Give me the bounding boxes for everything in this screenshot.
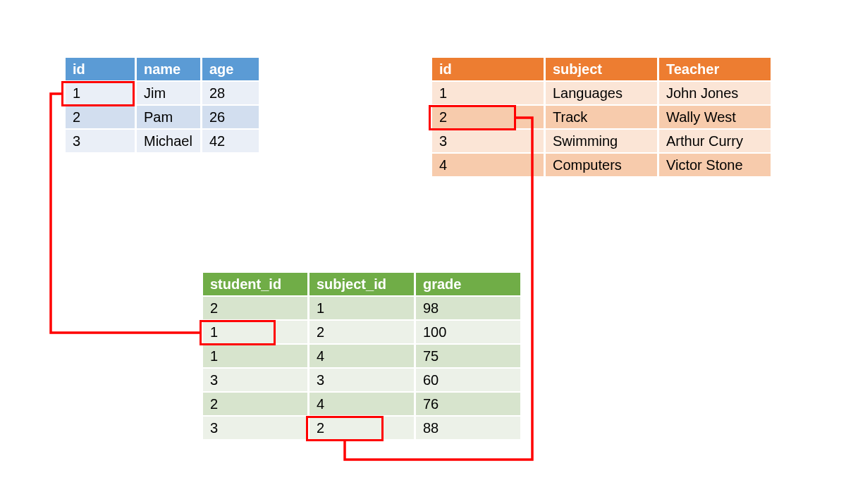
grades-cell-studentid: 1 (203, 321, 307, 343)
students-cell-age: 26 (202, 106, 259, 128)
table-row: 2 4 76 (203, 393, 520, 415)
subjects-cell-teacher: Wally West (659, 106, 771, 128)
grades-cell-grade: 88 (416, 417, 520, 439)
grades-cell-subjectid: 4 (309, 393, 414, 415)
students-header-id: id (66, 58, 135, 80)
students-cell-name: Pam (137, 106, 200, 128)
grades-cell-grade: 100 (416, 321, 520, 343)
grades-table: student_id subject_id grade 2 1 98 1 2 1… (201, 271, 522, 441)
subjects-cell-teacher: Arthur Curry (659, 130, 771, 152)
subjects-table: id subject Teacher 1 Languages John Jone… (430, 56, 773, 178)
grades-cell-grade: 75 (416, 345, 520, 367)
grades-header-studentid: student_id (203, 273, 307, 295)
table-row: 1 2 100 (203, 321, 520, 343)
subjects-cell-subject: Computers (546, 154, 657, 176)
students-cell-name: Michael (137, 130, 200, 152)
grades-cell-studentid: 2 (203, 297, 307, 319)
grades-cell-studentid: 3 (203, 369, 307, 391)
table-row: 2 1 98 (203, 297, 520, 319)
grades-header-grade: grade (416, 273, 520, 295)
table-row: 2 Pam 26 (66, 106, 259, 128)
table-row: 1 Languages John Jones (432, 82, 771, 104)
table-row: 3 Michael 42 (66, 130, 259, 152)
subjects-cell-teacher: John Jones (659, 82, 771, 104)
table-row: 3 Swimming Arthur Curry (432, 130, 771, 152)
grades-cell-subjectid: 3 (309, 369, 414, 391)
students-cell-age: 28 (202, 82, 259, 104)
table-row: 4 Computers Victor Stone (432, 154, 771, 176)
subjects-cell-subject: Languages (546, 82, 657, 104)
students-header-name: name (137, 58, 200, 80)
grades-cell-studentid: 1 (203, 345, 307, 367)
students-cell-age: 42 (202, 130, 259, 152)
grades-cell-studentid: 2 (203, 393, 307, 415)
students-cell-id: 2 (66, 106, 135, 128)
students-cell-id: 3 (66, 130, 135, 152)
subjects-cell-id: 2 (432, 106, 544, 128)
students-cell-name: Jim (137, 82, 200, 104)
subjects-header-row: id subject Teacher (432, 58, 771, 80)
grades-cell-subjectid: 1 (309, 297, 414, 319)
grades-cell-subjectid: 2 (309, 321, 414, 343)
subjects-cell-id: 4 (432, 154, 544, 176)
grades-cell-studentid: 3 (203, 417, 307, 439)
grades-header-subjectid: subject_id (309, 273, 414, 295)
grades-cell-grade: 60 (416, 369, 520, 391)
students-cell-id: 1 (66, 82, 135, 104)
table-row: 2 Track Wally West (432, 106, 771, 128)
subjects-header-teacher: Teacher (659, 58, 771, 80)
table-row: 1 4 75 (203, 345, 520, 367)
students-table: id name age 1 Jim 28 2 Pam 26 3 Michael … (63, 56, 261, 154)
subjects-header-id: id (432, 58, 544, 80)
table-row: 1 Jim 28 (66, 82, 259, 104)
subjects-cell-subject: Track (546, 106, 657, 128)
students-header-row: id name age (66, 58, 259, 80)
subjects-cell-teacher: Victor Stone (659, 154, 771, 176)
grades-cell-grade: 76 (416, 393, 520, 415)
grades-cell-subjectid: 2 (309, 417, 414, 439)
grades-cell-subjectid: 4 (309, 345, 414, 367)
subjects-cell-subject: Swimming (546, 130, 657, 152)
table-row: 3 2 88 (203, 417, 520, 439)
subjects-header-subject: subject (546, 58, 657, 80)
grades-header-row: student_id subject_id grade (203, 273, 520, 295)
subjects-cell-id: 3 (432, 130, 544, 152)
students-header-age: age (202, 58, 259, 80)
table-row: 3 3 60 (203, 369, 520, 391)
subjects-cell-id: 1 (432, 82, 544, 104)
grades-cell-grade: 98 (416, 297, 520, 319)
